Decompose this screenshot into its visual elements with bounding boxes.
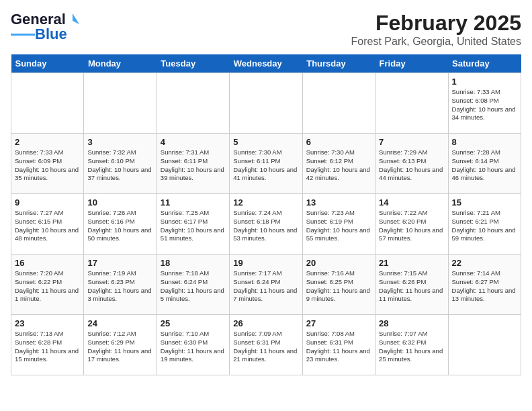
calendar-cell: 28Sunrise: 7:07 AM Sunset: 6:32 PM Dayli…: [375, 315, 448, 375]
day-info: Sunrise: 7:13 AM Sunset: 6:28 PM Dayligh…: [15, 330, 80, 364]
weekday-header-saturday: Saturday: [448, 54, 521, 73]
calendar-cell: 5Sunrise: 7:30 AM Sunset: 6:11 PM Daylig…: [230, 134, 302, 194]
day-info: Sunrise: 7:25 AM Sunset: 6:17 PM Dayligh…: [161, 209, 226, 243]
day-number: 11: [161, 197, 226, 208]
day-number: 7: [379, 137, 444, 147]
logo-icon: [66, 12, 81, 27]
day-number: 10: [87, 197, 152, 208]
calendar-cell: [230, 73, 302, 134]
day-number: 6: [306, 137, 371, 147]
day-info: Sunrise: 7:14 AM Sunset: 6:27 PM Dayligh…: [452, 269, 517, 304]
calendar-cell: 25Sunrise: 7:10 AM Sunset: 6:30 PM Dayli…: [157, 315, 229, 375]
day-number: 3: [87, 137, 152, 147]
calendar-cell: 9Sunrise: 7:27 AM Sunset: 6:15 PM Daylig…: [11, 194, 84, 255]
day-info: Sunrise: 7:21 AM Sunset: 6:21 PM Dayligh…: [452, 209, 517, 243]
week-row-3: 9Sunrise: 7:27 AM Sunset: 6:15 PM Daylig…: [11, 194, 521, 255]
calendar-cell: [84, 73, 157, 134]
day-info: Sunrise: 7:33 AM Sunset: 6:09 PM Dayligh…: [15, 148, 80, 183]
calendar-cell: [157, 73, 229, 134]
week-row-1: 1Sunrise: 7:33 AM Sunset: 6:08 PM Daylig…: [11, 73, 521, 134]
page-subtitle: Forest Park, Georgia, United States: [351, 36, 521, 48]
calendar-cell: 11Sunrise: 7:25 AM Sunset: 6:17 PM Dayli…: [157, 194, 229, 255]
calendar-cell: [375, 73, 448, 134]
day-number: 26: [233, 318, 298, 328]
day-number: 1: [452, 77, 517, 87]
calendar-cell: 14Sunrise: 7:22 AM Sunset: 6:20 PM Dayli…: [375, 194, 448, 255]
day-info: Sunrise: 7:09 AM Sunset: 6:31 PM Dayligh…: [233, 330, 298, 364]
calendar-cell: 16Sunrise: 7:20 AM Sunset: 6:22 PM Dayli…: [11, 255, 84, 315]
calendar-cell: 8Sunrise: 7:28 AM Sunset: 6:14 PM Daylig…: [448, 134, 521, 194]
calendar-cell: [448, 315, 521, 375]
weekday-header-tuesday: Tuesday: [157, 54, 229, 73]
calendar-cell: [302, 73, 375, 134]
page-title: February 2025: [351, 11, 521, 36]
day-number: 27: [306, 318, 371, 328]
title-block: February 2025 Forest Park, Georgia, Unit…: [351, 11, 521, 48]
calendar-cell: 7Sunrise: 7:29 AM Sunset: 6:13 PM Daylig…: [375, 134, 448, 194]
calendar-cell: 24Sunrise: 7:12 AM Sunset: 6:29 PM Dayli…: [84, 315, 157, 375]
weekday-header-friday: Friday: [375, 54, 448, 73]
logo: General Blue: [11, 11, 81, 43]
day-number: 8: [452, 137, 517, 147]
page-header: General Blue February 2025 Forest Park, …: [11, 11, 521, 48]
calendar-cell: 6Sunrise: 7:30 AM Sunset: 6:12 PM Daylig…: [302, 134, 375, 194]
day-info: Sunrise: 7:23 AM Sunset: 6:19 PM Dayligh…: [306, 209, 371, 243]
calendar-cell: 1Sunrise: 7:33 AM Sunset: 6:08 PM Daylig…: [448, 73, 521, 134]
weekday-header-monday: Monday: [84, 54, 157, 73]
week-row-2: 2Sunrise: 7:33 AM Sunset: 6:09 PM Daylig…: [11, 134, 521, 194]
day-info: Sunrise: 7:27 AM Sunset: 6:15 PM Dayligh…: [15, 209, 80, 243]
day-info: Sunrise: 7:30 AM Sunset: 6:11 PM Dayligh…: [233, 148, 298, 183]
week-row-5: 23Sunrise: 7:13 AM Sunset: 6:28 PM Dayli…: [11, 315, 521, 375]
day-info: Sunrise: 7:20 AM Sunset: 6:22 PM Dayligh…: [15, 269, 80, 304]
day-number: 19: [233, 258, 298, 268]
calendar-cell: 12Sunrise: 7:24 AM Sunset: 6:18 PM Dayli…: [230, 194, 302, 255]
svg-marker-0: [73, 13, 79, 24]
weekday-header-thursday: Thursday: [302, 54, 375, 73]
calendar-cell: [11, 73, 84, 134]
day-info: Sunrise: 7:19 AM Sunset: 6:23 PM Dayligh…: [87, 269, 152, 304]
day-info: Sunrise: 7:12 AM Sunset: 6:29 PM Dayligh…: [87, 330, 152, 364]
day-number: 24: [87, 318, 152, 328]
calendar-cell: 19Sunrise: 7:17 AM Sunset: 6:24 PM Dayli…: [230, 255, 302, 315]
day-info: Sunrise: 7:16 AM Sunset: 6:25 PM Dayligh…: [306, 269, 371, 304]
calendar-cell: 17Sunrise: 7:19 AM Sunset: 6:23 PM Dayli…: [84, 255, 157, 315]
day-number: 4: [161, 137, 226, 147]
day-number: 20: [306, 258, 371, 268]
day-number: 5: [233, 137, 298, 147]
day-number: 16: [15, 258, 80, 268]
day-number: 14: [379, 197, 444, 208]
day-info: Sunrise: 7:28 AM Sunset: 6:14 PM Dayligh…: [452, 148, 517, 183]
day-number: 13: [306, 197, 371, 208]
day-info: Sunrise: 7:22 AM Sunset: 6:20 PM Dayligh…: [379, 209, 444, 243]
calendar-cell: 3Sunrise: 7:32 AM Sunset: 6:10 PM Daylig…: [84, 134, 157, 194]
weekday-header-sunday: Sunday: [11, 54, 84, 73]
calendar-cell: 13Sunrise: 7:23 AM Sunset: 6:19 PM Dayli…: [302, 194, 375, 255]
calendar-cell: 22Sunrise: 7:14 AM Sunset: 6:27 PM Dayli…: [448, 255, 521, 315]
day-info: Sunrise: 7:29 AM Sunset: 6:13 PM Dayligh…: [379, 148, 444, 183]
day-number: 12: [233, 197, 298, 208]
day-info: Sunrise: 7:26 AM Sunset: 6:16 PM Dayligh…: [87, 209, 152, 243]
day-info: Sunrise: 7:08 AM Sunset: 6:31 PM Dayligh…: [306, 330, 371, 364]
day-info: Sunrise: 7:31 AM Sunset: 6:11 PM Dayligh…: [161, 148, 226, 183]
calendar-cell: 4Sunrise: 7:31 AM Sunset: 6:11 PM Daylig…: [157, 134, 229, 194]
calendar-cell: 27Sunrise: 7:08 AM Sunset: 6:31 PM Dayli…: [302, 315, 375, 375]
day-number: 15: [452, 197, 517, 208]
day-info: Sunrise: 7:07 AM Sunset: 6:32 PM Dayligh…: [379, 330, 444, 364]
day-info: Sunrise: 7:17 AM Sunset: 6:24 PM Dayligh…: [233, 269, 298, 304]
day-info: Sunrise: 7:32 AM Sunset: 6:10 PM Dayligh…: [87, 148, 152, 183]
calendar-cell: 15Sunrise: 7:21 AM Sunset: 6:21 PM Dayli…: [448, 194, 521, 255]
weekday-header-row: SundayMondayTuesdayWednesdayThursdayFrid…: [11, 54, 521, 73]
calendar-cell: 20Sunrise: 7:16 AM Sunset: 6:25 PM Dayli…: [302, 255, 375, 315]
day-number: 17: [87, 258, 152, 268]
day-info: Sunrise: 7:30 AM Sunset: 6:12 PM Dayligh…: [306, 148, 371, 183]
week-row-4: 16Sunrise: 7:20 AM Sunset: 6:22 PM Dayli…: [11, 255, 521, 315]
day-info: Sunrise: 7:10 AM Sunset: 6:30 PM Dayligh…: [161, 330, 226, 364]
calendar-cell: 2Sunrise: 7:33 AM Sunset: 6:09 PM Daylig…: [11, 134, 84, 194]
day-info: Sunrise: 7:18 AM Sunset: 6:24 PM Dayligh…: [161, 269, 226, 304]
day-number: 28: [379, 318, 444, 328]
day-number: 22: [452, 258, 517, 268]
day-info: Sunrise: 7:24 AM Sunset: 6:18 PM Dayligh…: [233, 209, 298, 243]
calendar-cell: 26Sunrise: 7:09 AM Sunset: 6:31 PM Dayli…: [230, 315, 302, 375]
day-number: 2: [15, 137, 80, 147]
calendar-cell: 10Sunrise: 7:26 AM Sunset: 6:16 PM Dayli…: [84, 194, 157, 255]
